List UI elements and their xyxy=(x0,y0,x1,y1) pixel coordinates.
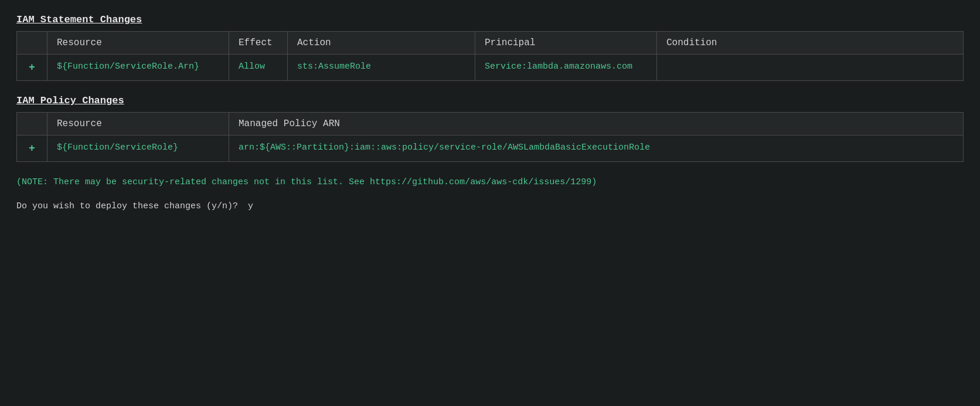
header-condition: Condition xyxy=(657,32,964,55)
row-resource: ${Function/ServiceRole.Arn} xyxy=(47,55,229,81)
header-resource: Resource xyxy=(47,32,229,55)
security-note: (NOTE: There may be security-related cha… xyxy=(16,176,964,190)
header-resource-policy: Resource xyxy=(47,113,229,136)
iam-policy-header-row: Resource Managed Policy ARN xyxy=(17,113,964,136)
deploy-prompt: Do you wish to deploy these changes (y/n… xyxy=(16,201,964,211)
row-principal: Service:lambda.amazonaws.com xyxy=(475,55,657,81)
iam-statement-title: IAM Statement Changes xyxy=(16,14,964,25)
row-sign: + xyxy=(17,55,47,81)
iam-policy-section: IAM Policy Changes Resource Managed Poli… xyxy=(16,95,964,162)
row-condition xyxy=(657,55,964,81)
table-row: + ${Function/ServiceRole.Arn} Allow sts:… xyxy=(17,55,964,81)
row-managed-arn: arn:${AWS::Partition}:iam::aws:policy/se… xyxy=(229,136,964,162)
iam-policy-table: Resource Managed Policy ARN + ${Function… xyxy=(16,112,964,162)
header-effect: Effect xyxy=(229,32,288,55)
iam-statement-section: IAM Statement Changes Resource Effect Ac… xyxy=(16,14,964,81)
header-managed-arn: Managed Policy ARN xyxy=(229,113,964,136)
iam-policy-title: IAM Policy Changes xyxy=(16,95,964,106)
row-action: sts:AssumeRole xyxy=(288,55,475,81)
iam-statement-table: Resource Effect Action Principal Conditi… xyxy=(16,31,964,81)
row-effect: Allow xyxy=(229,55,288,81)
row-sign-policy: + xyxy=(17,136,47,162)
prompt-answer: y xyxy=(248,201,253,211)
header-principal: Principal xyxy=(475,32,657,55)
row-resource-policy: ${Function/ServiceRole} xyxy=(47,136,229,162)
header-sign-policy xyxy=(17,113,47,136)
header-action: Action xyxy=(288,32,475,55)
prompt-label: Do you wish to deploy these changes (y/n… xyxy=(16,201,238,211)
iam-statement-header-row: Resource Effect Action Principal Conditi… xyxy=(17,32,964,55)
header-sign xyxy=(17,32,47,55)
table-row: + ${Function/ServiceRole} arn:${AWS::Par… xyxy=(17,136,964,162)
